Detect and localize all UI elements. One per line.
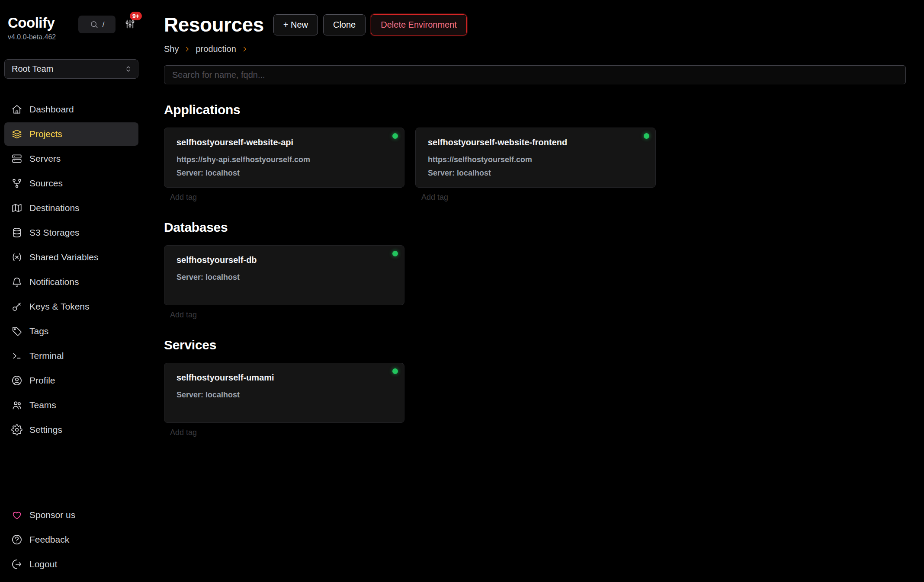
breadcrumb-project[interactable]: Shy — [164, 44, 179, 54]
sidebar-item-label: Notifications — [29, 277, 79, 287]
sidebar-item-label: Settings — [29, 425, 62, 435]
gear-icon — [11, 424, 22, 435]
sidebar-item-keys-tokens[interactable]: Keys & Tokens — [4, 295, 138, 318]
resource-url: https://selfhostyourself.com — [428, 155, 643, 164]
resource-server: Server: localhost — [176, 390, 392, 400]
cards-row: selfhostyourself-dbServer: localhostAdd … — [164, 245, 906, 320]
sidebar-item-label: Terminal — [29, 351, 64, 361]
users-icon — [11, 400, 22, 411]
chevron-right-icon — [241, 45, 249, 53]
sidebar-item-label: S3 Storages — [29, 227, 80, 238]
map-icon — [11, 202, 22, 214]
sidebar-item-label: Destinations — [29, 203, 80, 213]
sidebar-item-label: Projects — [29, 129, 62, 139]
add-tag-button[interactable]: Add tag — [421, 193, 656, 202]
resource-card[interactable]: selfhostyourself-umamiServer: localhost — [164, 363, 404, 423]
resource-url: https://shy-api.selfhostyourself.com — [176, 155, 392, 164]
sidebar-item-label: Feedback — [29, 534, 69, 545]
sidebar-item-sources[interactable]: Sources — [4, 172, 138, 195]
status-running-dot — [644, 133, 649, 139]
sidebar-item-terminal[interactable]: Terminal — [4, 344, 138, 368]
sidebar-item-teams[interactable]: Teams — [4, 393, 138, 417]
cards-row: selfhostyourself-umamiServer: localhostA… — [164, 363, 906, 437]
sidebar: Coolify v4.0.0-beta.462 / 9+ Root Team D… — [0, 0, 143, 582]
section-title-applications: Applications — [164, 102, 906, 117]
sidebar-item-profile[interactable]: Profile — [4, 369, 138, 392]
sidebar-item-servers[interactable]: Servers — [4, 147, 138, 170]
search-shortcut-key: / — [103, 20, 105, 29]
resource-name: selfhostyourself-website-api — [176, 138, 392, 147]
sidebar-item-label: Sponsor us — [29, 510, 75, 520]
sidebar-item-s3-storages[interactable]: S3 Storages — [4, 221, 138, 244]
search-icon — [90, 20, 99, 29]
app-root: Coolify v4.0.0-beta.462 / 9+ Root Team D… — [0, 0, 924, 582]
sidebar-search-button[interactable]: / — [78, 16, 116, 33]
resource-card-column: selfhostyourself-website-apihttps://shy-… — [164, 128, 404, 202]
team-selector[interactable]: Root Team — [4, 59, 138, 79]
variable-icon — [11, 252, 22, 263]
sidebar-item-label: Tags — [29, 326, 48, 336]
sidebar-item-label: Teams — [29, 400, 56, 410]
new-button[interactable]: + New — [273, 14, 318, 35]
resource-card-column: selfhostyourself-dbServer: localhostAdd … — [164, 245, 404, 320]
status-running-dot — [392, 368, 398, 374]
sidebar-item-dashboard[interactable]: Dashboard — [4, 98, 138, 121]
sidebar-item-projects[interactable]: Projects — [4, 122, 138, 146]
layers-icon — [11, 128, 22, 140]
sidebar-item-label: Servers — [29, 153, 61, 164]
notification-badge: 9+ — [130, 12, 142, 20]
heart-icon — [11, 509, 22, 521]
resource-name: selfhostyourself-db — [176, 255, 392, 265]
resource-server: Server: localhost — [176, 169, 392, 178]
sidebar-item-label: Sources — [29, 178, 63, 189]
page-title: Resources — [164, 13, 264, 36]
sidebar-item-label: Keys & Tokens — [29, 301, 90, 312]
key-icon — [11, 301, 22, 312]
delete-environment-button[interactable]: Delete Environment — [371, 14, 467, 35]
add-tag-button[interactable]: Add tag — [170, 310, 404, 320]
sidebar-header: Coolify v4.0.0-beta.462 / 9+ — [0, 15, 143, 41]
clone-button[interactable]: Clone — [323, 14, 366, 35]
team-selector-value: Root Team — [12, 64, 53, 74]
search-input[interactable] — [164, 65, 906, 84]
server-icon — [11, 153, 22, 164]
chevrons-up-down-icon — [124, 64, 133, 74]
resource-server: Server: localhost — [176, 273, 392, 282]
add-tag-button[interactable]: Add tag — [170, 428, 404, 437]
logout-icon — [11, 559, 22, 570]
sidebar-item-tags[interactable]: Tags — [4, 320, 138, 343]
app-logo: Coolify — [8, 15, 56, 31]
resource-card-column: selfhostyourself-umamiServer: localhostA… — [164, 363, 404, 437]
app-version: v4.0.0-beta.462 — [8, 33, 56, 41]
chevron-right-icon — [183, 45, 191, 53]
sidebar-item-notifications[interactable]: Notifications — [4, 270, 138, 294]
sidebar-item-settings[interactable]: Settings — [4, 418, 138, 441]
sliders-button[interactable]: 9+ — [124, 18, 136, 32]
sidebar-footer: Sponsor usFeedbackLogout — [0, 503, 143, 576]
add-tag-button[interactable]: Add tag — [170, 193, 404, 202]
sidebar-item-label: Shared Variables — [29, 252, 99, 262]
resource-card[interactable]: selfhostyourself-website-apihttps://shy-… — [164, 128, 404, 188]
sidebar-item-label: Logout — [29, 559, 57, 569]
sections-container: Applicationsselfhostyourself-website-api… — [164, 102, 906, 437]
sidebar-nav: DashboardProjectsServersSourcesDestinati… — [0, 98, 143, 441]
status-running-dot — [392, 251, 398, 256]
section-title-services: Services — [164, 338, 906, 352]
database-icon — [11, 227, 22, 238]
sidebar-item-label: Dashboard — [29, 104, 74, 115]
resource-server: Server: localhost — [428, 169, 643, 178]
sidebar-item-label: Profile — [29, 375, 55, 386]
sidebar-item-destinations[interactable]: Destinations — [4, 196, 138, 220]
sidebar-item-logout[interactable]: Logout — [4, 553, 138, 576]
main-content: Resources + New Clone Delete Environment… — [143, 0, 924, 582]
sidebar-item-shared-variables[interactable]: Shared Variables — [4, 246, 138, 269]
sidebar-item-feedback[interactable]: Feedback — [4, 528, 138, 551]
home-icon — [11, 104, 22, 115]
resource-card[interactable]: selfhostyourself-dbServer: localhost — [164, 245, 404, 305]
resource-card[interactable]: selfhostyourself-website-frontendhttps:/… — [415, 128, 656, 188]
breadcrumb-environment[interactable]: production — [196, 44, 236, 54]
bell-icon — [11, 276, 22, 288]
sidebar-item-sponsor-us[interactable]: Sponsor us — [4, 503, 138, 527]
tag-icon — [11, 326, 22, 337]
resource-name: selfhostyourself-website-frontend — [428, 138, 643, 147]
